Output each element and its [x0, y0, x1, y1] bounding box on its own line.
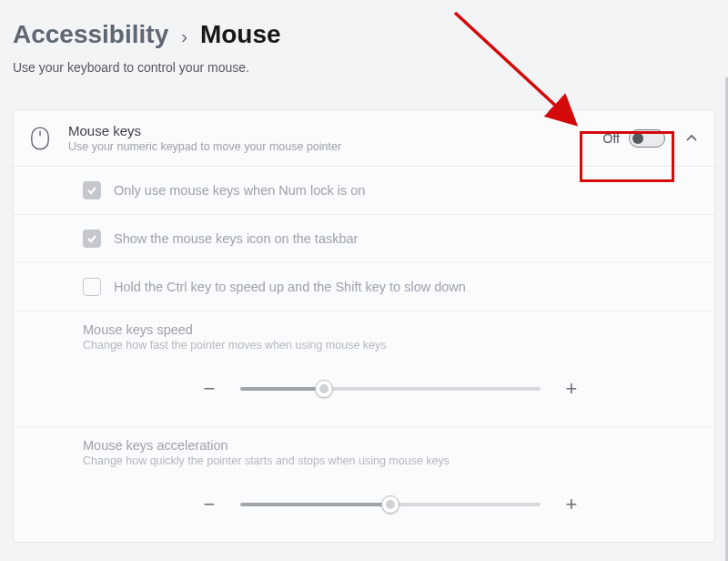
- option-numlock-checkbox[interactable]: [83, 181, 101, 199]
- speed-minus-button[interactable]: −: [198, 377, 220, 401]
- accel-minus-button[interactable]: −: [198, 493, 220, 516]
- speed-plus-button[interactable]: +: [561, 377, 582, 401]
- chevron-up-icon[interactable]: [685, 132, 698, 145]
- option-taskbar-row[interactable]: Show the mouse keys icon on the taskbar: [14, 215, 714, 263]
- check-icon: [86, 232, 98, 245]
- speed-slider-block: Mouse keys speed Change how fast the poi…: [14, 311, 714, 427]
- speed-title: Mouse keys speed: [83, 322, 698, 337]
- svg-rect-0: [32, 128, 48, 149]
- option-ctrlshift-checkbox[interactable]: [83, 278, 101, 296]
- breadcrumb-current: Mouse: [200, 20, 281, 49]
- accel-slider[interactable]: [240, 503, 541, 506]
- page-subtitle: Use your keyboard to control your mouse.: [13, 60, 715, 75]
- option-taskbar-checkbox[interactable]: [83, 230, 101, 248]
- speed-slider-thumb[interactable]: [315, 380, 333, 398]
- option-numlock-label: Only use mouse keys when Num lock is on: [114, 183, 365, 198]
- speed-slider[interactable]: [240, 387, 541, 391]
- chevron-right-icon: ›: [181, 26, 187, 47]
- mouse-icon: [30, 126, 50, 151]
- speed-description: Change how fast the pointer moves when u…: [83, 339, 698, 352]
- breadcrumb-parent[interactable]: Accessibility: [13, 20, 168, 49]
- mouse-keys-description: Use your numeric keypad to move your mou…: [68, 140, 603, 153]
- accel-description: Change how quickly the pointer starts an…: [83, 454, 698, 467]
- accel-plus-button[interactable]: +: [561, 493, 582, 516]
- annotation-highlight-box: [580, 131, 674, 182]
- accel-title: Mouse keys acceleration: [83, 438, 698, 453]
- check-icon: [86, 184, 98, 197]
- accel-slider-block: Mouse keys acceleration Change how quick…: [14, 427, 714, 542]
- accel-slider-thumb[interactable]: [381, 495, 399, 514]
- option-taskbar-label: Show the mouse keys icon on the taskbar: [114, 231, 358, 246]
- breadcrumb: Accessibility › Mouse: [13, 20, 715, 49]
- option-ctrlshift-label: Hold the Ctrl key to speed up and the Sh…: [114, 280, 466, 294]
- option-ctrlshift-row[interactable]: Hold the Ctrl key to speed up and the Sh…: [14, 263, 714, 311]
- mouse-keys-title: Mouse keys: [68, 123, 603, 138]
